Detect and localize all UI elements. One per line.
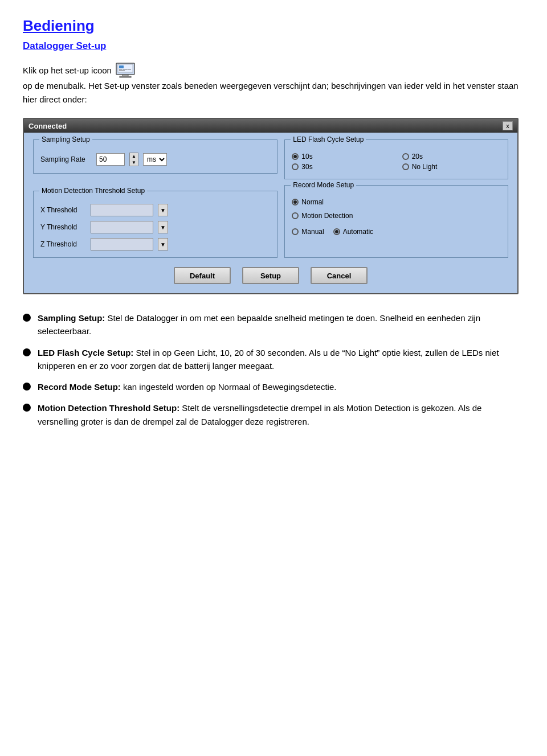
led-flash-group: LED Flash Cycle Setup 10s 20s 30s — [284, 139, 508, 179]
sampling-rate-label: Sampling Rate — [40, 155, 92, 163]
bullet-list: Sampling Setup: Stel de Datalogger in om… — [23, 311, 524, 428]
record-label-manual: Manual — [301, 228, 324, 236]
z-threshold-arrow[interactable]: ▼ — [158, 238, 168, 250]
bullet-body-record: kan ingesteld worden op Normaal of Beweg… — [121, 382, 337, 392]
bullet-led: LED Flash Cycle Setup: Stel in op Geen L… — [23, 346, 524, 373]
svg-rect-8 — [119, 70, 125, 71]
y-threshold-label: Y Threshold — [40, 223, 86, 231]
led-options-grid: 10s 20s 30s No Light — [292, 153, 501, 171]
bullet-text-record: Record Mode Setup: kan ingesteld worden … — [38, 380, 336, 393]
bullet-dot-led — [23, 348, 31, 356]
z-threshold-row: Z Threshold ▼ — [40, 238, 270, 250]
section-subtitle: Datalogger Set-up — [23, 40, 524, 52]
dialog-body: Sampling Setup Sampling Rate ▲ ▼ ms LED … — [24, 133, 517, 293]
led-label-30s: 30s — [301, 163, 312, 171]
record-label-automatic: Automatic — [343, 228, 373, 236]
z-threshold-label: Z Threshold — [40, 240, 86, 248]
svg-rect-3 — [120, 76, 131, 77]
led-option-nolight[interactable]: No Light — [402, 163, 501, 171]
x-threshold-arrow[interactable]: ▼ — [158, 204, 168, 216]
setup-button[interactable]: Setup — [242, 267, 299, 284]
led-option-20s[interactable]: 20s — [402, 153, 501, 161]
bullet-term-led: LED Flash Cycle Setup: — [38, 348, 133, 358]
sampling-rate-input[interactable] — [96, 153, 125, 166]
svg-rect-6 — [123, 69, 128, 69]
record-mode-normal[interactable]: Normal — [292, 198, 501, 206]
bullet-text-led: LED Flash Cycle Setup: Stel in op Geen L… — [38, 346, 524, 373]
top-row: Sampling Setup Sampling Rate ▲ ▼ ms LED … — [33, 139, 508, 179]
led-label-nolight: No Light — [412, 163, 438, 171]
record-label-normal: Normal — [301, 198, 324, 206]
bullet-dot-record — [23, 383, 31, 391]
record-radio-automatic[interactable] — [333, 228, 340, 235]
intro-after-icon: op de menubalk. Het Set-up venster zoals… — [23, 79, 524, 106]
record-radio-manual[interactable] — [292, 228, 299, 235]
record-mode-automatic[interactable]: Automatic — [333, 228, 373, 236]
intro-before-icon: Klik op het set-up icoon — [23, 64, 112, 77]
setup-icon — [115, 62, 136, 79]
y-threshold-input[interactable] — [91, 221, 153, 233]
setup-dialog: Connected x Sampling Setup Sampling Rate… — [23, 118, 519, 294]
dialog-titlebar: Connected x — [24, 119, 517, 133]
z-threshold-input[interactable] — [91, 238, 153, 250]
bullet-text-motion: Motion Detection Threshold Setup: Stelt … — [38, 401, 524, 428]
spinner-down-button[interactable]: ▼ — [130, 159, 138, 166]
record-mode-options: Normal Motion Detection — [292, 198, 501, 220]
led-flash-label: LED Flash Cycle Setup — [291, 135, 366, 143]
x-threshold-input[interactable] — [91, 204, 153, 216]
led-radio-20s[interactable] — [402, 153, 409, 160]
unit-select[interactable]: ms — [143, 153, 167, 166]
led-radio-30s[interactable] — [292, 163, 299, 170]
led-option-10s[interactable]: 10s — [292, 153, 390, 161]
led-label-10s: 10s — [301, 153, 312, 161]
bullet-text-sampling: Sampling Setup: Stel de Datalogger in om… — [38, 311, 524, 338]
bottom-row: Motion Detection Threshold Setup X Thres… — [33, 185, 508, 258]
x-threshold-label: X Threshold — [40, 206, 86, 214]
y-threshold-arrow[interactable]: ▼ — [158, 221, 168, 233]
led-label-20s: 20s — [412, 153, 423, 161]
led-radio-nolight[interactable] — [402, 163, 409, 170]
spinner-up-button[interactable]: ▲ — [130, 153, 138, 159]
page-title: Bediening — [23, 17, 524, 35]
manual-auto-row: Manual Automatic — [292, 228, 501, 236]
record-radio-normal[interactable] — [292, 199, 299, 206]
bullet-record: Record Mode Setup: kan ingesteld worden … — [23, 380, 524, 393]
sampling-rate-row: Sampling Rate ▲ ▼ ms — [40, 153, 270, 166]
led-option-30s[interactable]: 30s — [292, 163, 390, 171]
sampling-setup-label: Sampling Setup — [39, 135, 92, 143]
led-radio-10s[interactable] — [292, 153, 299, 160]
svg-rect-4 — [119, 65, 124, 68]
bullet-term-record: Record Mode Setup: — [38, 382, 121, 392]
threshold-group: Motion Detection Threshold Setup X Thres… — [33, 191, 277, 258]
threshold-label: Motion Detection Threshold Setup — [39, 187, 147, 195]
x-threshold-row: X Threshold ▼ — [40, 204, 270, 216]
default-button[interactable]: Default — [174, 267, 231, 284]
svg-rect-5 — [119, 69, 123, 69]
record-mode-label: Record Mode Setup — [291, 181, 356, 189]
bullet-dot-motion — [23, 404, 31, 412]
dialog-close-button[interactable]: x — [503, 121, 513, 130]
record-mode-group: Record Mode Setup Normal Motion Detectio… — [284, 185, 508, 258]
bullet-sampling: Sampling Setup: Stel de Datalogger in om… — [23, 311, 524, 338]
cancel-button[interactable]: Cancel — [311, 267, 368, 284]
record-radio-motion[interactable] — [292, 212, 299, 219]
dialog-buttons-row: Default Setup Cancel — [33, 267, 508, 284]
record-mode-motion[interactable]: Motion Detection — [292, 212, 501, 220]
sampling-spinner[interactable]: ▲ ▼ — [129, 153, 138, 166]
svg-rect-7 — [128, 69, 131, 69]
record-label-motion: Motion Detection — [301, 212, 353, 220]
y-threshold-row: Y Threshold ▼ — [40, 221, 270, 233]
bullet-term-motion: Motion Detection Threshold Setup: — [38, 403, 179, 413]
dialog-title: Connected — [28, 122, 67, 130]
intro-paragraph: Klik op het set-up icoon op de menubalk.… — [23, 62, 524, 106]
bullet-term-sampling: Sampling Setup: — [38, 313, 105, 323]
bullet-motion: Motion Detection Threshold Setup: Stelt … — [23, 401, 524, 428]
bullet-dot-sampling — [23, 314, 31, 322]
sampling-setup-group: Sampling Setup Sampling Rate ▲ ▼ ms — [33, 139, 277, 174]
record-mode-manual[interactable]: Manual — [292, 228, 324, 236]
